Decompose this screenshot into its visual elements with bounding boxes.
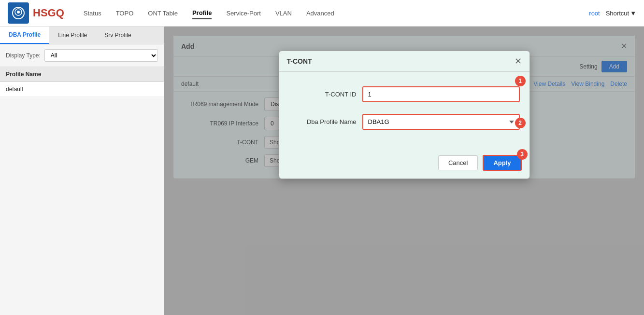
tab-dba-profile[interactable]: DBA Profile [0, 27, 49, 44]
tcont-id-row: T-CONT ID [289, 86, 520, 102]
logo-area: HSGQ [8, 2, 64, 24]
right-panel: Add ✕ Setting Add default View Details V… [164, 27, 644, 315]
svg-point-1 [17, 11, 20, 14]
tab-line-profile[interactable]: Line Profile [49, 27, 96, 44]
profile-table-header: Profile Name [0, 67, 164, 82]
nav-user[interactable]: root [589, 10, 600, 17]
apply-button[interactable]: Apply [483, 155, 521, 171]
tcont-id-input[interactable] [362, 86, 520, 102]
step-3-badge: 3 [517, 149, 528, 160]
cancel-button[interactable]: Cancel [438, 155, 478, 170]
display-type-select[interactable]: All [44, 49, 158, 62]
nav-links: Status TOPO ONT Table Profile Service-Po… [84, 7, 589, 19]
topnav: HSGQ Status TOPO ONT Table Profile Servi… [0, 0, 644, 27]
tab-srv-profile[interactable]: Srv Profile [96, 27, 140, 44]
dba-profile-label: Dba Profile Name [289, 118, 357, 125]
modal-footer: Cancel 3 Apply [279, 151, 530, 178]
nav-status[interactable]: Status [84, 8, 101, 19]
sidebar: DBA Profile Line Profile Srv Profile Dis… [0, 27, 164, 315]
modal-body: 1 T-CONT ID 2 Dba Profile Name DBA1G DBA… [279, 72, 530, 151]
chevron-down-icon: ▼ [630, 10, 636, 17]
nav-topo[interactable]: TOPO [116, 8, 134, 19]
nav-advanced[interactable]: Advanced [306, 8, 334, 19]
main-area: DBA Profile Line Profile Srv Profile Dis… [0, 27, 644, 315]
logo-text: HSGQ [33, 7, 64, 19]
dba-profile-select[interactable]: DBA1G DBA2G default [362, 114, 520, 130]
nav-shortcut[interactable]: Shortcut ▼ [606, 10, 636, 17]
nav-profile[interactable]: Profile [192, 7, 212, 19]
filter-row: Display Type: All [0, 44, 164, 67]
nav-right: root Shortcut ▼ [589, 10, 636, 17]
step-2-badge: 2 [515, 118, 526, 128]
shortcut-label: Shortcut [606, 10, 629, 17]
dba-profile-row: Dba Profile Name DBA1G DBA2G default [289, 114, 520, 130]
apply-wrapper: 3 Apply [483, 155, 521, 171]
filter-label: Display Type: [6, 52, 41, 59]
logo-icon [8, 2, 29, 24]
modal-close-button[interactable]: ✕ [515, 57, 522, 66]
tcont-id-label: T-CONT ID [289, 91, 357, 98]
tcont-modal: T-CONT ✕ 1 T-CONT ID 2 Dba Profile Name … [279, 51, 530, 179]
nav-vlan[interactable]: VLAN [275, 8, 292, 19]
modal-header: T-CONT ✕ [279, 51, 530, 72]
profile-row-default[interactable]: default [0, 82, 164, 97]
step-1-badge: 1 [515, 76, 526, 86]
nav-service-port[interactable]: Service-Port [226, 8, 261, 19]
modal-title: T-CONT [287, 57, 312, 65]
tab-bar: DBA Profile Line Profile Srv Profile [0, 27, 164, 44]
nav-ont-table[interactable]: ONT Table [148, 8, 178, 19]
